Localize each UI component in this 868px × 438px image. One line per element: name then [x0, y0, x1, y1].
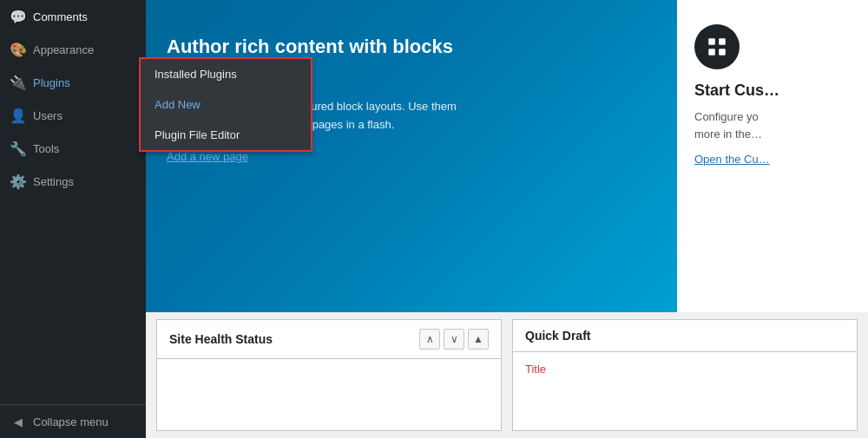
quick-draft-title: Quick Draft — [525, 329, 590, 343]
sidebar-item-settings-label: Settings — [33, 175, 74, 188]
sidebar-item-appearance[interactable]: 🎨 Appearance — [0, 33, 146, 66]
hero-card: Author rich content with blocks and patt… — [146, 0, 677, 312]
sidebar-collapse-label: Collapse menu — [33, 415, 108, 428]
comments-icon: 💬 — [10, 9, 26, 24]
hero-add-page-link[interactable]: Add a new page — [167, 150, 248, 163]
svg-rect-0 — [708, 38, 715, 45]
users-icon: 👤 — [10, 108, 26, 123]
customize-description: Configure yomore in the… — [694, 108, 762, 142]
sidebar: 💬 Comments 🎨 Appearance 🔌 Plugins Instal… — [0, 0, 146, 438]
quick-draft-widget: Quick Draft Title — [512, 319, 858, 431]
settings-icon: ⚙️ — [10, 173, 26, 189]
sidebar-item-users[interactable]: 👤 Users — [0, 99, 146, 132]
site-health-body — [157, 359, 501, 380]
flyout-installed-plugins[interactable]: Installed Plugins — [141, 59, 311, 89]
customize-icon — [694, 24, 740, 69]
quick-draft-field-label: Title — [525, 363, 845, 376]
appearance-icon: 🎨 — [10, 42, 26, 57]
hero-title-line1: Author rich content with blocks — [167, 36, 453, 57]
top-section: Author rich content with blocks and patt… — [146, 0, 868, 312]
flyout-add-new[interactable]: Add New — [141, 89, 311, 120]
sidebar-item-comments[interactable]: 💬 Comments — [0, 0, 146, 33]
customize-title: Start Cus… — [694, 82, 779, 100]
customize-card: Start Cus… Configure yomore in the… Open… — [677, 0, 868, 312]
sidebar-item-tools-label: Tools — [33, 142, 59, 155]
customize-svg-icon — [706, 36, 728, 58]
site-health-widget: Site Health Status ∧ ∨ ▲ — [156, 319, 502, 431]
sidebar-item-comments-label: Comments — [33, 10, 88, 23]
sidebar-item-users-label: Users — [33, 109, 62, 122]
tools-icon: 🔧 — [10, 141, 26, 156]
sidebar-collapse[interactable]: ◀ Collapse menu — [0, 404, 146, 438]
plugins-flyout-menu: Installed Plugins Add New Plugin File Ed… — [139, 57, 312, 152]
sidebar-item-settings[interactable]: ⚙️ Settings — [0, 165, 146, 198]
site-health-expand-btn[interactable]: ∨ — [444, 329, 464, 350]
site-health-controls: ∧ ∨ ▲ — [419, 329, 489, 350]
sidebar-item-appearance-label: Appearance — [33, 43, 94, 56]
site-health-toggle-btn[interactable]: ▲ — [468, 329, 489, 350]
svg-rect-3 — [719, 49, 726, 56]
svg-rect-2 — [708, 49, 715, 56]
sidebar-item-plugins-label: Plugins — [33, 76, 70, 89]
site-health-collapse-btn[interactable]: ∧ — [419, 329, 440, 350]
bottom-section: Site Health Status ∧ ∨ ▲ Quick Draft Tit… — [146, 312, 868, 438]
open-customizer-link[interactable]: Open the Cu… — [694, 153, 770, 166]
plugins-icon: 🔌 — [10, 75, 26, 90]
quick-draft-body: Title — [513, 352, 857, 389]
site-health-header: Site Health Status ∧ ∨ ▲ — [157, 320, 501, 359]
collapse-icon: ◀ — [10, 414, 26, 429]
flyout-plugin-file-editor[interactable]: Plugin File Editor — [141, 120, 311, 150]
site-health-title: Site Health Status — [169, 332, 273, 346]
svg-rect-1 — [719, 38, 726, 45]
quick-draft-header: Quick Draft — [513, 320, 857, 352]
sidebar-item-plugins[interactable]: 🔌 Plugins Installed Plugins Add New Plug… — [0, 66, 146, 99]
sidebar-item-tools[interactable]: 🔧 Tools — [0, 132, 146, 165]
